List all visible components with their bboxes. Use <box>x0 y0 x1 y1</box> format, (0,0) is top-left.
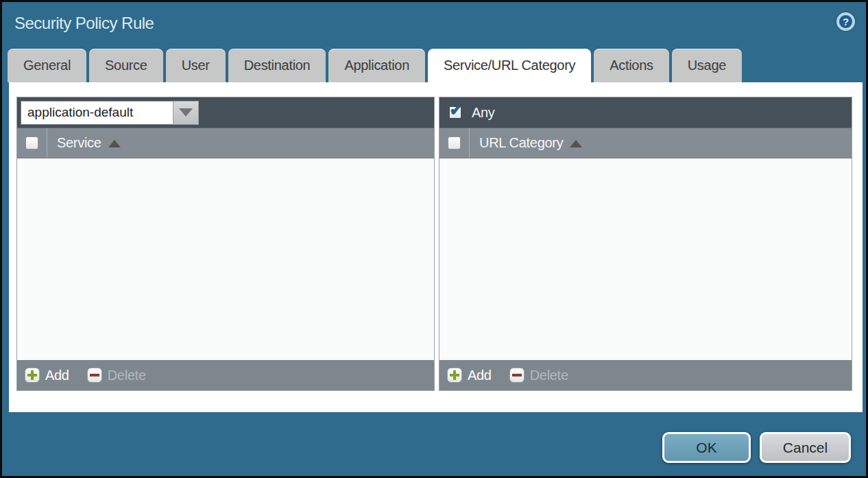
tab-label: Destination <box>244 58 311 73</box>
tab-general[interactable]: General <box>8 49 86 82</box>
ok-button-label: OK <box>696 440 716 456</box>
tab-label: General <box>23 58 71 73</box>
tab-user[interactable]: User <box>166 49 226 82</box>
tab-destination[interactable]: Destination <box>228 49 326 82</box>
service-header-checkbox-cell <box>17 128 47 158</box>
service-add-button[interactable]: Add <box>25 368 69 383</box>
url-category-select-all-checkbox[interactable] <box>448 136 461 150</box>
cancel-button[interactable]: Cancel <box>760 432 851 463</box>
plus-icon <box>25 368 40 383</box>
tab-label: Usage <box>688 58 726 73</box>
delete-button-label: Delete <box>530 368 568 383</box>
titlebar: Security Policy Rule ? <box>2 2 866 47</box>
service-column-header[interactable]: Service <box>47 135 121 151</box>
dialog-title: Security Policy Rule <box>14 14 154 33</box>
sort-ascending-icon <box>108 140 121 147</box>
service-type-combo <box>21 101 199 125</box>
add-button-label: Add <box>468 368 492 383</box>
service-toolbar <box>17 97 434 128</box>
minus-icon <box>509 368 525 383</box>
plus-icon <box>447 368 462 383</box>
tab-source[interactable]: Source <box>89 49 163 82</box>
any-checkbox[interactable]: ✔ <box>448 106 462 119</box>
url-category-column-label: URL Category <box>479 135 563 151</box>
any-row: ✔ Any <box>443 105 495 121</box>
tab-usage[interactable]: Usage <box>672 49 742 82</box>
url-category-header-checkbox-cell <box>439 128 470 158</box>
tab-label: Source <box>105 58 147 73</box>
url-category-delete-button[interactable]: Delete <box>509 368 568 383</box>
security-policy-rule-dialog: Security Policy Rule ? General Source Us… <box>0 0 868 478</box>
tab-service-url-category[interactable]: Service/URL Category <box>428 49 591 82</box>
service-type-dropdown-button[interactable] <box>173 101 199 125</box>
url-category-panel: ✔ Any URL Category Add <box>439 97 852 391</box>
service-panel: Service Add Delete <box>16 97 435 391</box>
url-category-list-body[interactable] <box>439 158 852 360</box>
service-list-body[interactable] <box>17 158 434 360</box>
url-category-table-header: URL Category <box>439 128 852 158</box>
service-column-label: Service <box>57 135 101 151</box>
url-category-footer: Add Delete <box>439 360 852 390</box>
tab-label: Service/URL Category <box>444 58 575 73</box>
tab-strip: General Source User Destination Applicat… <box>8 49 742 82</box>
tab-actions[interactable]: Actions <box>594 49 669 82</box>
help-glyph: ? <box>843 16 849 27</box>
add-button-label: Add <box>45 368 69 383</box>
tab-application[interactable]: Application <box>328 49 425 82</box>
chevron-down-icon <box>179 108 193 117</box>
service-table-header: Service <box>17 128 434 158</box>
cancel-button-label: Cancel <box>783 440 828 456</box>
any-label: Any <box>472 105 495 121</box>
tab-label: Application <box>344 58 409 73</box>
url-category-toolbar: ✔ Any <box>439 97 852 128</box>
tab-content: Service Add Delete <box>9 82 863 412</box>
url-category-add-button[interactable]: Add <box>447 368 492 383</box>
ok-button[interactable]: OK <box>662 432 751 463</box>
url-category-column-header[interactable]: URL Category <box>470 135 582 151</box>
checkmark-icon: ✔ <box>450 103 462 118</box>
help-icon[interactable]: ? <box>836 12 855 31</box>
tab-label: User <box>182 58 210 73</box>
minus-icon <box>87 368 102 383</box>
delete-button-label: Delete <box>108 368 146 383</box>
sort-ascending-icon <box>570 140 582 147</box>
service-delete-button[interactable]: Delete <box>87 368 146 383</box>
service-footer: Add Delete <box>17 360 434 390</box>
service-select-all-checkbox[interactable] <box>25 136 38 150</box>
tab-label: Actions <box>610 58 653 73</box>
service-type-input[interactable] <box>21 101 173 125</box>
